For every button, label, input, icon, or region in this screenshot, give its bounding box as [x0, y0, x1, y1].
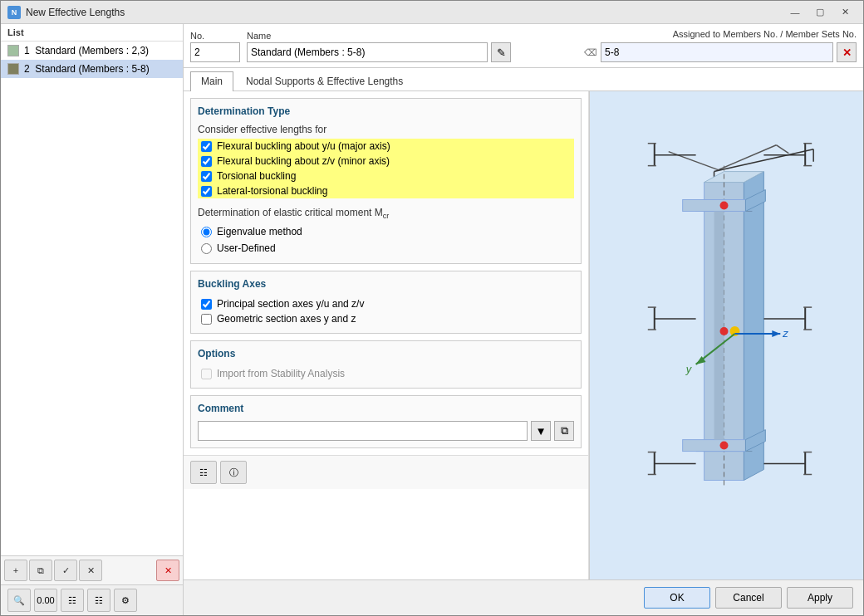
- cross-button[interactable]: ✕: [79, 560, 102, 581]
- checkbox-lateral-label: Lateral-torsional buckling: [217, 185, 327, 197]
- right-side: No. Name ✎ Assigned to Members No. / Mem…: [184, 24, 863, 615]
- radio-eigenvalue-label: Eigenvalue method: [217, 226, 302, 237]
- checkbox-principal: Principal section axes y/u and z/v: [198, 296, 574, 311]
- radio-eigenvalue: Eigenvalue method: [198, 223, 574, 240]
- checkbox-lateral: Lateral-torsional buckling: [198, 183, 574, 198]
- comment-section: Comment ▼ ⧉: [190, 395, 582, 448]
- form-area: Determination Type Consider effective le…: [184, 91, 863, 579]
- name-label: Name: [247, 31, 511, 41]
- name-edit-button[interactable]: ✎: [491, 42, 511, 62]
- checkbox-torsional-input[interactable]: [201, 171, 212, 182]
- form-left: Determination Type Consider effective le…: [184, 91, 589, 579]
- consider-label: Consider effective lengths for: [198, 124, 574, 135]
- svg-point-22: [720, 442, 729, 450]
- radio-user-defined-input[interactable]: [201, 243, 212, 254]
- no-label: No.: [190, 31, 240, 41]
- svg-point-20: [720, 201, 729, 209]
- checkbox-flex-y: Flexural buckling about y/u (major axis): [198, 139, 574, 154]
- minimize-button[interactable]: —: [783, 4, 807, 21]
- 3d-view-svg: z y: [590, 91, 863, 579]
- comment-row: ▼ ⧉: [198, 421, 574, 441]
- assigned-field-group: Assigned to Members No. / Member Sets No…: [584, 29, 857, 62]
- checkbox-geometric-label: Geometric section axes y and z: [217, 313, 356, 325]
- buckling-axes-section: Buckling Axes Principal section axes y/u…: [190, 271, 582, 334]
- checkbox-import-label: Import from Stability Analysis: [217, 368, 345, 379]
- checkbox-import: Import from Stability Analysis: [198, 366, 574, 381]
- name-field-group: Name ✎: [247, 31, 511, 62]
- export-button[interactable]: ☷: [87, 589, 110, 612]
- checkbox-lateral-input[interactable]: [201, 186, 212, 197]
- svg-rect-19: [714, 211, 724, 439]
- checkbox-flex-z-label: Flexural buckling about z/v (minor axis): [217, 155, 390, 167]
- comment-dropdown-button[interactable]: ▼: [531, 421, 551, 441]
- radio-user-defined: User-Defined: [198, 240, 574, 257]
- list-items: 1 Standard (Members : 2,3) 2 Standard (M…: [1, 42, 183, 555]
- options-section: Options Import from Stability Analysis: [190, 340, 582, 389]
- left-panel: List 1 Standard (Members : 2,3) 2 Standa…: [1, 24, 184, 615]
- copy-button[interactable]: ⧉: [29, 560, 52, 581]
- window-icon: N: [7, 6, 21, 19]
- no-field-group: No.: [190, 31, 240, 62]
- svg-point-21: [720, 327, 729, 335]
- buckling-axes-title: Buckling Axes: [198, 278, 574, 290]
- name-group: ✎: [247, 42, 511, 62]
- checkbox-torsional-label: Torsional buckling: [217, 170, 296, 182]
- name-input[interactable]: [247, 42, 488, 62]
- settings-button[interactable]: ⚙: [114, 589, 137, 612]
- left-toolbar: + ⧉ ✓ ✕ ✕: [1, 555, 183, 584]
- moment-label: Determination of elastic critical moment…: [198, 207, 574, 220]
- tab-container: Main Nodal Supports & Effective Lengths: [184, 68, 863, 91]
- list-item-selected[interactable]: 2 Standard (Members : 5-8): [1, 60, 183, 78]
- window-title: New Effective Lengths: [26, 7, 125, 18]
- left-bottom-toolbar: 🔍 0.00 ☷ ☷ ⚙: [1, 584, 183, 615]
- checkbox-flex-z: Flexural buckling about z/v (minor axis): [198, 154, 574, 169]
- checkbox-flex-z-input[interactable]: [201, 156, 212, 167]
- list-item-color-2: [7, 63, 19, 75]
- no-input[interactable]: [190, 42, 240, 62]
- maximize-button[interactable]: ▢: [808, 4, 832, 21]
- view-button-2[interactable]: ⓘ: [220, 461, 247, 484]
- assigned-clear-button[interactable]: ✕: [837, 42, 857, 62]
- checkbox-geometric: Geometric section axes y and z: [198, 311, 574, 326]
- determination-type-title: Determination Type: [198, 105, 574, 117]
- cancel-button[interactable]: Cancel: [715, 587, 782, 609]
- checkbox-geometric-input[interactable]: [201, 314, 212, 325]
- main-window: N New Effective Lengths — ▢ ✕ List 1 Sta…: [0, 0, 864, 616]
- assigned-input[interactable]: [601, 42, 833, 62]
- header-fields: No. Name ✎ Assigned to Members No. / Mem…: [184, 24, 863, 68]
- list-item-label: 1 Standard (Members : 2,3): [24, 45, 149, 56]
- graph-button[interactable]: ☷: [61, 589, 84, 612]
- radio-eigenvalue-input[interactable]: [201, 227, 212, 237]
- comment-input[interactable]: [198, 421, 528, 441]
- checkbox-flex-y-input[interactable]: [201, 141, 212, 152]
- title-bar: N New Effective Lengths — ▢ ✕: [1, 1, 863, 24]
- close-button[interactable]: ✕: [833, 4, 857, 21]
- comment-title: Comment: [198, 403, 574, 414]
- list-item[interactable]: 1 Standard (Members : 2,3): [1, 42, 183, 60]
- list-item-label-2: 2 Standard (Members : 5-8): [24, 63, 150, 75]
- comment-copy-button[interactable]: ⧉: [554, 421, 574, 441]
- title-bar-left: N New Effective Lengths: [7, 6, 125, 19]
- delete-button[interactable]: ✕: [156, 560, 179, 581]
- checkbox-principal-label: Principal section axes y/u and z/v: [217, 298, 364, 310]
- assigned-label: Assigned to Members No. / Member Sets No…: [673, 29, 857, 39]
- check-button[interactable]: ✓: [54, 560, 77, 581]
- main-content: List 1 Standard (Members : 2,3) 2 Standa…: [1, 24, 863, 615]
- view-button-1[interactable]: ☷: [190, 461, 217, 484]
- checkbox-principal-input[interactable]: [201, 299, 212, 310]
- list-header: List: [1, 24, 183, 42]
- tabs: Main Nodal Supports & Effective Lengths: [184, 68, 863, 90]
- decimal-button[interactable]: 0.00: [34, 589, 57, 612]
- tab-main[interactable]: Main: [190, 71, 233, 91]
- ok-button[interactable]: OK: [644, 587, 710, 609]
- tab-nodal[interactable]: Nodal Supports & Effective Lengths: [235, 71, 414, 90]
- add-button[interactable]: +: [4, 560, 27, 581]
- checkbox-torsional: Torsional buckling: [198, 169, 574, 183]
- checkbox-import-input[interactable]: [201, 369, 212, 379]
- title-buttons: — ▢ ✕: [783, 4, 857, 21]
- svg-rect-17: [683, 440, 746, 452]
- determination-type-section: Determination Type Consider effective le…: [190, 98, 582, 264]
- apply-button[interactable]: Apply: [787, 587, 853, 609]
- search-button[interactable]: 🔍: [7, 589, 31, 612]
- svg-rect-15: [683, 199, 746, 211]
